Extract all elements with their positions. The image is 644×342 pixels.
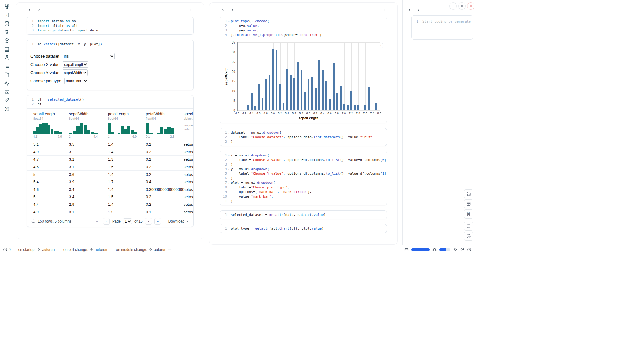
code-line: 2df [27, 102, 192, 106]
code-editor[interactable]: 1⌄dataset = mo.ui.dropdown(2 label="Choo… [220, 128, 387, 146]
previous-page-button[interactable]: ‹ [103, 218, 110, 225]
table-cell: 4.6 [33, 165, 69, 169]
code-line: 9 options=["mark_bar", "mark_circle"], [220, 190, 385, 194]
first-page-button[interactable]: « [94, 218, 101, 225]
table-row[interactable]: 53.61.40.2setosa [27, 171, 193, 178]
memory-chip-icon [432, 248, 437, 252]
code-editor[interactable]: 1df = selected_dataset()2df [27, 95, 193, 108]
snippets-icon[interactable] [3, 72, 11, 78]
keyboard-icon [404, 248, 409, 252]
command-icon[interactable]: ⌘ [464, 209, 473, 219]
code-line: 4).interactive().properties(width="conta… [220, 33, 385, 37]
code-editor[interactable]: 1mo.vstack([dataset, x, y, plot]) [27, 40, 193, 48]
column-header[interactable]: petalLengthfloat6416.9 [108, 112, 146, 141]
cell-selected-dataset: 1selected_dataset = getattr(data, datase… [220, 210, 387, 219]
errors-button[interactable]: 0 [0, 245, 14, 254]
dataset-select[interactable]: iris [63, 53, 115, 59]
column-scroll-left-button[interactable] [220, 7, 226, 13]
table-row[interactable]: 4.931.40.2setosa [27, 148, 193, 156]
table-cell: setosa [184, 172, 193, 177]
on-startup-setting[interactable]: on startup: autorun [14, 245, 59, 254]
table-row[interactable]: 4.42.91.40.2setosa [27, 201, 193, 208]
column-scroll-right-button[interactable] [229, 7, 235, 13]
table-row[interactable]: 53.41.50.2setosa [27, 193, 193, 201]
table-row[interactable]: 4.73.21.30.2setosa [27, 156, 193, 163]
code-line: 3from vega_datasets import data [27, 28, 192, 33]
column-header[interactable]: petalWidthfloat640.12.5 [146, 112, 184, 141]
chart-plot[interactable] [237, 42, 380, 111]
documentation-icon[interactable] [3, 46, 11, 52]
datasources-icon[interactable] [3, 21, 11, 27]
menu-icon[interactable] [449, 2, 457, 10]
settings-gear-icon[interactable] [458, 2, 466, 10]
scratchpad-editor[interactable]: 1 Start coding or generate with AI [412, 19, 473, 24]
table-row[interactable]: 4.63.41.40.30000000000000004setosa [27, 186, 193, 194]
dependency-graph-icon[interactable] [3, 29, 11, 35]
plot-type-select[interactable]: mark_bar [64, 78, 88, 84]
on-cell-change-setting[interactable]: on cell change: autorun [59, 245, 112, 254]
code-editor[interactable]: 1plot_type = getattr(alt.Chart(df), plot… [220, 224, 387, 233]
outline-icon[interactable] [3, 63, 11, 69]
table-cell: 3 [69, 150, 108, 154]
help-icon[interactable]: ? [3, 106, 11, 112]
save-icon[interactable] [464, 189, 473, 198]
code-line: 1plot_type = getattr(alt.Chart(df), plot… [220, 226, 385, 231]
logs-icon[interactable] [3, 89, 11, 95]
panel-scroll-right-button[interactable] [415, 7, 421, 13]
bar [354, 105, 356, 110]
column-scroll-right-button[interactable] [36, 7, 42, 13]
code-editor[interactable]: 1selected_dataset = getattr(data, datase… [220, 211, 387, 219]
table-row[interactable]: 4.93.11.50.1setosa [27, 208, 193, 216]
pointer-icon[interactable] [453, 248, 457, 252]
y-value-select[interactable]: sepalWidth [63, 69, 88, 76]
page-select[interactable]: 1 [123, 218, 132, 224]
table-row[interactable]: 4.63.11.50.2setosa [27, 163, 193, 171]
on-module-change-setting[interactable]: on module change: autorun [112, 245, 176, 254]
chart-xticks: 4.04.24.44.64.85.05.25.45.65.86.06.26.46… [237, 111, 380, 115]
close-icon[interactable] [467, 2, 474, 10]
bar-chart[interactable]: sepalWidth 05101520253035 4.04.24.44.64.… [224, 42, 384, 120]
bar [315, 88, 317, 110]
code-editor[interactable]: 1import marimo as mo2import altair as al… [27, 17, 193, 34]
table-cell: 0.2 [146, 142, 184, 147]
scroll-down-icon[interactable] [464, 232, 473, 241]
table-cell: 3.1 [69, 165, 108, 169]
code-editor[interactable]: 1⌄plot_type().encode(2 x=x.value,3 y=y.v… [220, 17, 387, 39]
frame-icon[interactable] [464, 222, 473, 231]
generate-link[interactable]: generate [455, 19, 471, 24]
tools-icon[interactable] [3, 55, 11, 61]
search-icon[interactable] [31, 219, 35, 223]
column-header[interactable]: sepalWidthfloat6424.4 [69, 112, 108, 141]
table-cell: 1.3 [108, 157, 146, 162]
marimo-file-icon[interactable]: f [3, 12, 11, 18]
add-cell-button[interactable] [381, 7, 387, 13]
table-row[interactable]: 5.43.91.70.4setosa [27, 178, 193, 186]
panel-scroll-left-button[interactable] [406, 7, 413, 13]
code-editor[interactable]: 1⌄x = mo.ui.dropdown(2 label="Choose X v… [220, 151, 387, 205]
next-page-button[interactable]: › [145, 218, 152, 225]
table-cell: 1.5 [108, 194, 146, 199]
refresh-icon[interactable] [460, 248, 464, 252]
file-explorer-icon[interactable] [3, 4, 11, 9]
bar [304, 92, 306, 110]
bar [258, 84, 260, 110]
scratchpad-icon[interactable] [3, 98, 11, 103]
add-cell-button[interactable] [188, 7, 194, 13]
bar [293, 78, 295, 110]
code-line: 2 label="Choose dataset", options=data.l… [220, 135, 385, 139]
column-header[interactable]: sepalLengthfloat644.37.9 [33, 112, 69, 141]
code-line: 2import altair as alt [27, 23, 192, 28]
code-line: 6) [220, 176, 385, 180]
tracing-icon[interactable] [3, 80, 11, 86]
x-value-select[interactable]: sepalLength [63, 61, 88, 68]
column-header[interactable]: speciesobjectunique:nulls: [184, 112, 193, 141]
last-page-button[interactable]: » [154, 218, 161, 225]
table-row[interactable]: 5.13.51.40.2setosa [27, 141, 193, 148]
code-line: 1mo.vstack([dataset, x, y, plot]) [27, 42, 192, 46]
column-scroll-left-button[interactable] [27, 7, 33, 13]
download-button[interactable]: Download [168, 219, 189, 223]
packages-icon[interactable] [3, 38, 11, 44]
code-line: 1⌄dataset = mo.ui.dropdown( [220, 130, 385, 135]
layout-rows-icon[interactable] [464, 199, 473, 208]
clock-icon[interactable] [467, 248, 471, 252]
